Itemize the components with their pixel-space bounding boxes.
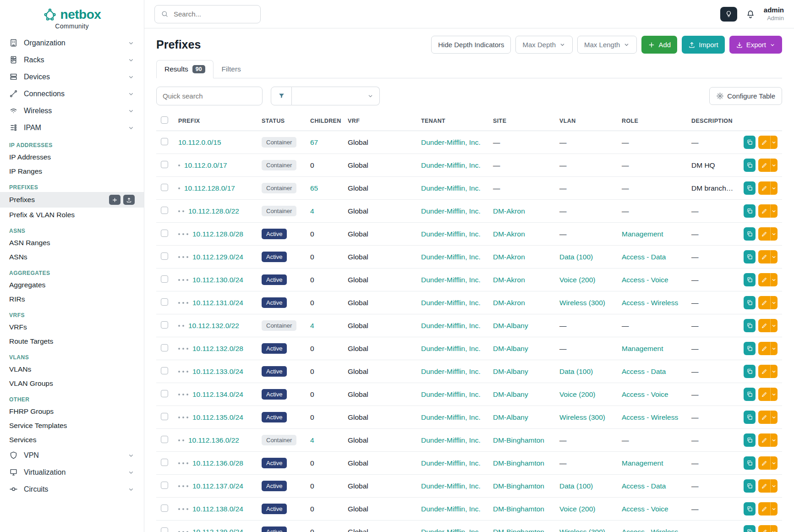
site-cell[interactable]: DM-Albany — [488, 314, 555, 337]
tenant-cell[interactable]: Dunder-Mifflin, Inc. — [416, 337, 488, 360]
sidebar-item-rirs[interactable]: RIRs — [0, 292, 144, 306]
edit-dropdown-button[interactable] — [770, 479, 778, 493]
edit-dropdown-button[interactable] — [770, 273, 778, 286]
sidebar-item-vlans[interactable]: VLANs — [0, 362, 144, 376]
site-cell[interactable]: DM-Akron — [488, 223, 555, 246]
edit-dropdown-button[interactable] — [770, 227, 778, 241]
children-cell[interactable]: 65 — [306, 177, 343, 200]
role-cell[interactable]: Management — [617, 337, 687, 360]
row-checkbox[interactable] — [161, 482, 168, 489]
theme-toggle-button[interactable] — [720, 7, 737, 22]
sidebar-item-services[interactable]: Services — [0, 433, 144, 447]
prefix-link[interactable]: 10.112.130.0/24 — [192, 276, 243, 284]
prefix-link[interactable]: 10.112.0.0/17 — [184, 161, 227, 170]
children-cell[interactable]: 4 — [306, 200, 343, 223]
sidebar-item-route-targets[interactable]: Route Targets — [0, 334, 144, 348]
row-checkbox[interactable] — [161, 184, 168, 191]
copy-button[interactable] — [744, 456, 756, 470]
sidebar-item-vpn[interactable]: VPN — [0, 447, 144, 464]
tenant-cell[interactable]: Dunder-Mifflin, Inc. — [416, 498, 488, 521]
copy-button[interactable] — [744, 433, 756, 447]
copy-button[interactable] — [744, 296, 756, 309]
add-button[interactable]: Add — [641, 36, 677, 54]
site-cell[interactable]: DM-Binghamton — [488, 475, 555, 498]
column-header-tenant[interactable]: TENANT — [416, 111, 488, 131]
copy-button[interactable] — [744, 411, 756, 424]
edit-button[interactable] — [758, 227, 770, 241]
vlan-cell[interactable]: Data (100) — [555, 360, 617, 383]
tenant-cell[interactable]: Dunder-Mifflin, Inc. — [416, 269, 488, 291]
row-checkbox[interactable] — [161, 436, 168, 443]
sidebar-item-ip-addresses[interactable]: IP Addresses — [0, 150, 144, 164]
select-all-checkbox[interactable] — [161, 116, 168, 124]
edit-button[interactable] — [758, 204, 770, 218]
sidebar-item-connections[interactable]: Connections — [0, 85, 144, 102]
vlan-cell[interactable]: Wireless (300) — [555, 406, 617, 429]
edit-dropdown-button[interactable] — [770, 456, 778, 470]
prefix-link[interactable]: 10.112.137.0/24 — [192, 482, 243, 490]
edit-dropdown-button[interactable] — [770, 388, 778, 401]
quick-add-button[interactable] — [109, 195, 120, 205]
tenant-cell[interactable]: Dunder-Mifflin, Inc. — [416, 406, 488, 429]
edit-dropdown-button[interactable] — [770, 365, 778, 378]
column-header-site[interactable]: SITE — [488, 111, 555, 131]
prefix-link[interactable]: 10.112.136.0/28 — [192, 459, 243, 467]
tenant-cell[interactable]: Dunder-Mifflin, Inc. — [416, 475, 488, 498]
edit-dropdown-button[interactable] — [770, 525, 778, 532]
tab-results[interactable]: Results 90 — [156, 60, 214, 78]
quick-import-button[interactable] — [123, 195, 135, 205]
edit-button[interactable] — [758, 388, 770, 401]
edit-button[interactable] — [758, 479, 770, 493]
brand[interactable]: netbox Community — [0, 5, 144, 34]
copy-button[interactable] — [744, 342, 756, 355]
copy-button[interactable] — [744, 319, 756, 332]
row-checkbox[interactable] — [161, 252, 168, 260]
site-cell[interactable]: DM-Binghamton — [488, 429, 555, 452]
edit-button[interactable] — [758, 250, 770, 263]
row-checkbox[interactable] — [161, 321, 168, 329]
copy-button[interactable] — [744, 273, 756, 286]
row-checkbox[interactable] — [161, 390, 168, 397]
edit-dropdown-button[interactable] — [770, 159, 778, 172]
tenant-cell[interactable]: Dunder-Mifflin, Inc. — [416, 154, 488, 177]
site-cell[interactable]: DM-Akron — [488, 291, 555, 314]
prefix-link[interactable]: 10.112.129.0/24 — [192, 253, 243, 261]
tab-filters[interactable]: Filters — [214, 60, 249, 78]
tenant-cell[interactable]: Dunder-Mifflin, Inc. — [416, 383, 488, 406]
edit-button[interactable] — [758, 296, 770, 309]
prefix-link[interactable]: 10.112.131.0/24 — [192, 299, 243, 307]
sidebar-item-virtualization[interactable]: Virtualization — [0, 464, 144, 481]
max-length-dropdown[interactable]: Max Length — [577, 36, 637, 54]
copy-button[interactable] — [744, 227, 756, 241]
notifications-button[interactable] — [745, 9, 756, 19]
edit-button[interactable] — [758, 273, 770, 286]
site-cell[interactable]: DM-Akron — [488, 200, 555, 223]
edit-dropdown-button[interactable] — [770, 250, 778, 263]
role-cell[interactable]: Access - Data — [617, 360, 687, 383]
role-cell[interactable]: Access - Data — [617, 246, 687, 269]
column-header-description[interactable]: DESCRIPTION — [687, 111, 739, 131]
prefix-link[interactable]: 10.112.135.0/24 — [192, 413, 243, 422]
sidebar-item-vrfs[interactable]: VRFs — [0, 320, 144, 334]
vlan-cell[interactable]: Wireless (300) — [555, 291, 617, 314]
role-cell[interactable]: Management — [617, 452, 687, 475]
children-cell[interactable]: 4 — [306, 429, 343, 452]
sidebar-item-vlan-groups[interactable]: VLAN Groups — [0, 376, 144, 390]
copy-button[interactable] — [744, 525, 756, 532]
sidebar-item-asns[interactable]: ASNs — [0, 250, 144, 264]
sidebar-item-organization[interactable]: Organization — [0, 34, 144, 51]
row-checkbox[interactable] — [161, 138, 168, 145]
column-header-prefix[interactable]: PREFIX — [174, 111, 257, 131]
site-cell[interactable]: DM-Akron — [488, 269, 555, 291]
sidebar-item-circuits[interactable]: Circuits — [0, 481, 144, 498]
tenant-cell[interactable]: Dunder-Mifflin, Inc. — [416, 429, 488, 452]
prefix-link[interactable]: 10.112.0.0/15 — [178, 138, 221, 147]
row-checkbox[interactable] — [161, 207, 168, 214]
edit-dropdown-button[interactable] — [770, 296, 778, 309]
tenant-cell[interactable]: Dunder-Mifflin, Inc. — [416, 246, 488, 269]
export-button[interactable]: Export — [729, 36, 782, 54]
sidebar-item-devices[interactable]: Devices — [0, 68, 144, 85]
edit-button[interactable] — [758, 365, 770, 378]
vlan-cell[interactable]: Data (100) — [555, 475, 617, 498]
vlan-cell[interactable]: Voice (200) — [555, 269, 617, 291]
